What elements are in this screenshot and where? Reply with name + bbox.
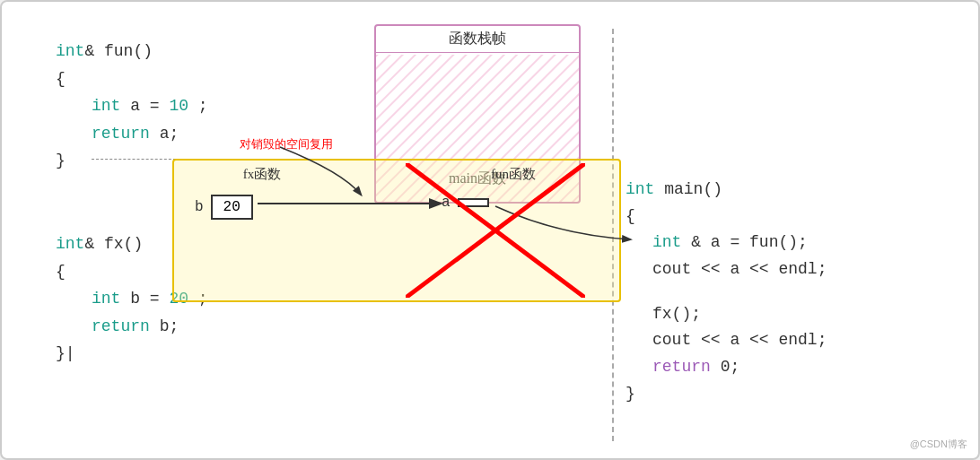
main-line1: int main() [626,177,827,204]
fun-line4: return a; [56,120,208,148]
watermark: @CSDN博客 [910,438,967,451]
fx-line4: return b; [56,313,208,341]
code-main: int main() { int & a = fun(); cout << a … [626,177,827,408]
code-fun: int& fun() { int a = 10 ; return a; } [56,38,208,175]
fx-subbox-title: fx函数 [217,166,307,183]
main-line3: int & a = fun(); [626,230,827,256]
main-line7: cout << a << endl; [626,327,827,354]
main-line8: return 0; [626,354,827,381]
main-line2: { [626,204,827,230]
main-line4: cout << a << endl; [626,256,827,283]
fun-line1: int& fun() [56,38,208,65]
var-a-container: a [442,195,489,211]
var-b-container: b 20 [195,195,253,220]
var-b-value: 20 [223,199,241,215]
fun-line2: { [56,65,208,93]
stack-frame-title: 函数栈帧 [376,26,579,53]
var-a-label: a [442,195,451,211]
main-line5-spacer [626,283,827,301]
fx-line5: }| [56,340,208,368]
fun-line3: int a = 10 ; [56,92,208,120]
fun-subbox-title: fun函数 [459,166,567,183]
main-line6: fx(); [626,301,827,328]
var-b-label: b [195,199,204,215]
var-b-box: 20 [211,195,253,220]
main-line9: } [626,381,827,408]
annotation-text: 对销毁的空间复用 [240,136,333,152]
main-container: 函数栈帧 main函数 fx函数 fun函数 b 20 a [0,0,980,460]
var-a-box [458,198,489,207]
